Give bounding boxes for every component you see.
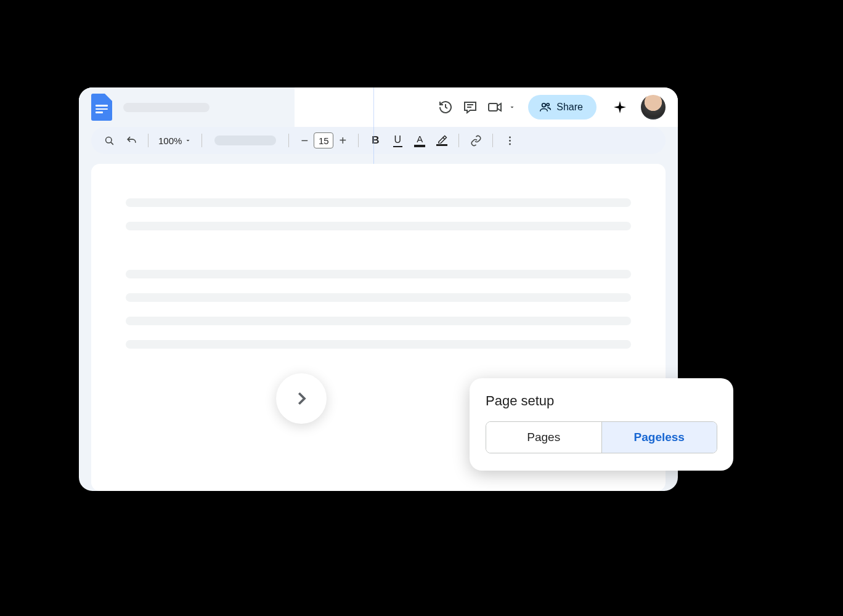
- document-title-placeholder[interactable]: [123, 103, 210, 112]
- zoom-value: 100%: [158, 136, 182, 146]
- font-family-placeholder[interactable]: [214, 136, 276, 145]
- svg-line-7: [110, 142, 113, 144]
- text-line-placeholder: [126, 270, 631, 278]
- page-setup-popover: Page setup Pages Pageless: [470, 378, 733, 471]
- video-icon: [483, 95, 507, 120]
- text-line-placeholder: [126, 317, 631, 325]
- text-line-placeholder: [126, 340, 631, 349]
- svg-rect-2: [489, 103, 497, 111]
- toolbar-divider: [202, 134, 202, 147]
- bold-button[interactable]: B: [366, 131, 385, 150]
- page-setup-pageless-option[interactable]: Pageless: [602, 422, 717, 453]
- people-icon: [539, 101, 552, 113]
- svg-point-5: [547, 103, 549, 106]
- meet-button[interactable]: [483, 95, 516, 120]
- text-line-placeholder: [126, 222, 631, 230]
- svg-point-8: [509, 136, 511, 138]
- share-label: Share: [556, 102, 583, 113]
- highlighter-icon: [437, 135, 447, 144]
- svg-point-6: [105, 137, 112, 143]
- zoom-dropdown[interactable]: 100%: [156, 136, 194, 146]
- page-setup-pages-option[interactable]: Pages: [486, 422, 602, 453]
- svg-point-4: [542, 103, 546, 107]
- dropdown-caret-icon: [184, 137, 192, 144]
- font-size-group: − 15 +: [296, 132, 351, 148]
- history-icon[interactable]: [433, 95, 458, 120]
- increase-font-button[interactable]: +: [335, 132, 351, 148]
- toolbar-divider: [288, 134, 289, 147]
- search-icon[interactable]: [100, 131, 118, 150]
- decrease-font-button[interactable]: −: [296, 132, 312, 148]
- dropdown-caret-icon: [508, 103, 516, 111]
- toolbar-divider: [148, 134, 149, 147]
- toolbar-divider: [458, 134, 459, 147]
- toolbar-divider: [358, 134, 359, 147]
- share-button[interactable]: Share: [528, 95, 597, 120]
- sparkle-icon[interactable]: [608, 95, 632, 120]
- font-size-input[interactable]: 15: [314, 132, 333, 148]
- toolbar-wrap: 100% − 15 + B U: [79, 127, 678, 154]
- toolbar-divider: [492, 134, 493, 147]
- docs-logo-icon[interactable]: [91, 94, 112, 121]
- svg-point-10: [509, 143, 511, 145]
- page-setup-segmented: Pages Pageless: [486, 421, 717, 453]
- undo-icon[interactable]: [122, 131, 140, 150]
- comment-icon[interactable]: [458, 95, 483, 120]
- underline-button[interactable]: U: [388, 131, 407, 150]
- text-color-button[interactable]: A: [410, 131, 429, 150]
- chevron-right-icon: [292, 389, 311, 408]
- text-line-placeholder: [126, 293, 631, 302]
- user-avatar[interactable]: [641, 95, 666, 120]
- text-line-placeholder: [126, 198, 631, 207]
- more-icon[interactable]: [500, 131, 519, 150]
- toolbar: 100% − 15 + B U: [91, 127, 666, 154]
- svg-point-9: [509, 140, 511, 142]
- link-icon[interactable]: [466, 131, 485, 150]
- page-setup-title: Page setup: [486, 393, 717, 409]
- highlight-button[interactable]: [433, 131, 451, 150]
- expand-chevron-button[interactable]: [276, 373, 327, 424]
